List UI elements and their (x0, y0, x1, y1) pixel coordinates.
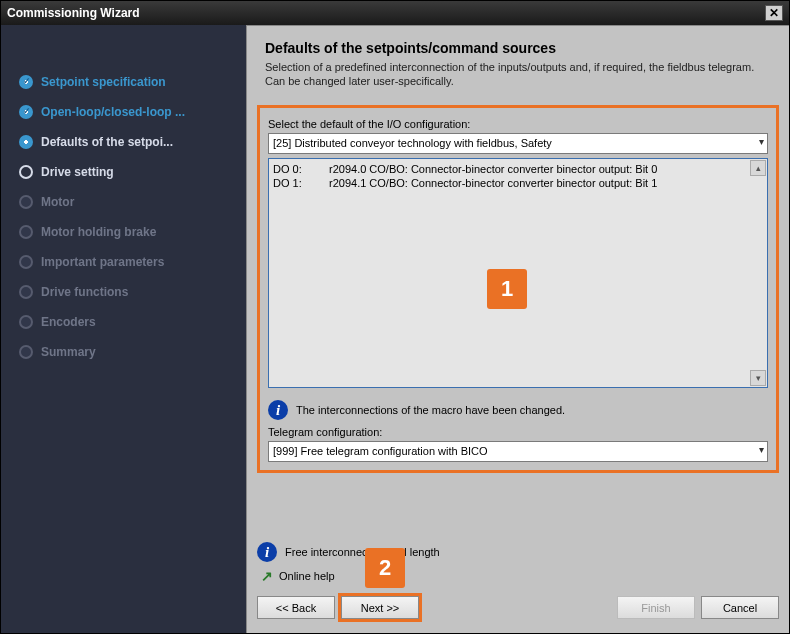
telegram-dropdown[interactable]: [999] Free telegram configuration with B… (268, 441, 768, 462)
telegram-label: Telegram configuration: (268, 426, 768, 438)
list-col-desc: r2094.1 CO/BO: Connector-binector conver… (329, 176, 657, 191)
step-label: Drive functions (41, 285, 128, 299)
list-item: DO 1: r2094.1 CO/BO: Connector-binector … (273, 176, 763, 191)
list-col-id: DO 0: (273, 162, 311, 177)
step-label: Setpoint specification (41, 75, 166, 89)
pending-step-icon (19, 315, 33, 329)
page-header: Defaults of the setpoints/command source… (247, 26, 789, 99)
step-defaults-setpoints[interactable]: Defaults of the setpoi... (19, 135, 236, 149)
step-label: Important parameters (41, 255, 164, 269)
wizard-window: Commissioning Wizard ✕ Setpoint specific… (0, 0, 790, 634)
cancel-button[interactable]: Cancel (701, 596, 779, 619)
io-config-dropdown[interactable]: [25] Distributed conveyor technology wit… (268, 133, 768, 154)
step-encoders: Encoders (19, 315, 236, 329)
step-label: Open-loop/closed-loop ... (41, 105, 185, 119)
list-col-id: DO 1: (273, 176, 311, 191)
step-motor: Motor (19, 195, 236, 209)
step-important-parameters: Important parameters (19, 255, 236, 269)
scroll-up-button[interactable]: ▴ (750, 160, 766, 176)
pending-step-icon (19, 225, 33, 239)
step-setpoint-specification[interactable]: Setpoint specification (19, 75, 236, 89)
back-button[interactable]: << Back (257, 596, 335, 619)
step-label: Motor holding brake (41, 225, 156, 239)
step-motor-holding-brake: Motor holding brake (19, 225, 236, 239)
body: Setpoint specification Open-loop/closed-… (1, 25, 789, 633)
pending-step-icon (19, 345, 33, 359)
info-icon: i (257, 542, 277, 562)
content-pane: Defaults of the setpoints/command source… (246, 25, 789, 633)
list-item: DO 0: r2094.0 CO/BO: Connector-binector … (273, 162, 763, 177)
step-open-closed-loop[interactable]: Open-loop/closed-loop ... (19, 105, 236, 119)
step-label: Drive setting (41, 165, 114, 179)
footer: i Free interconnection and length ↗ Onli… (247, 532, 789, 633)
finish-button: Finish (617, 596, 695, 619)
button-row: << Back Next >> Finish Cancel 2 (257, 596, 779, 619)
io-config-label: Select the default of the I/O configurat… (268, 118, 768, 130)
step-label: Encoders (41, 315, 96, 329)
arrow-icon: ↗ (261, 568, 273, 584)
step-label: Summary (41, 345, 96, 359)
titlebar: Commissioning Wizard ✕ (1, 1, 789, 25)
page-description: Selection of a predefined interconnectio… (265, 60, 771, 89)
callout-badge-1: 1 (487, 269, 527, 309)
callout-badge-2: 2 (365, 548, 405, 588)
close-button[interactable]: ✕ (765, 5, 783, 21)
info-text: Free interconnection and length (285, 546, 440, 558)
help-label: Online help (279, 570, 335, 582)
list-col-desc: r2094.0 CO/BO: Connector-binector conver… (329, 162, 657, 177)
step-label: Defaults of the setpoi... (41, 135, 173, 149)
sidebar: Setpoint specification Open-loop/closed-… (1, 25, 246, 633)
check-icon (19, 75, 33, 89)
next-button[interactable]: Next >> (341, 596, 419, 619)
main-area: Select the default of the I/O configurat… (247, 99, 789, 532)
pending-step-icon (19, 165, 33, 179)
pending-step-icon (19, 285, 33, 299)
pending-step-icon (19, 255, 33, 269)
telegram-dropdown-wrap: [999] Free telegram configuration with B… (268, 441, 768, 462)
page-title: Defaults of the setpoints/command source… (265, 40, 771, 56)
step-label: Motor (41, 195, 74, 209)
check-icon (19, 105, 33, 119)
info-icon: i (268, 400, 288, 420)
info-row-free: i Free interconnection and length (257, 542, 779, 562)
online-help-link[interactable]: ↗ Online help (261, 568, 779, 584)
step-summary: Summary (19, 345, 236, 359)
step-drive-setting[interactable]: Drive setting (19, 165, 236, 179)
step-drive-functions: Drive functions (19, 285, 236, 299)
window-title: Commissioning Wizard (7, 6, 140, 20)
info-text: The interconnections of the macro have b… (296, 404, 565, 416)
current-step-icon (19, 135, 33, 149)
scroll-down-button[interactable]: ▾ (750, 370, 766, 386)
io-config-dropdown-wrap: [25] Distributed conveyor technology wit… (268, 133, 768, 154)
pending-step-icon (19, 195, 33, 209)
info-row-macro: i The interconnections of the macro have… (268, 400, 768, 420)
